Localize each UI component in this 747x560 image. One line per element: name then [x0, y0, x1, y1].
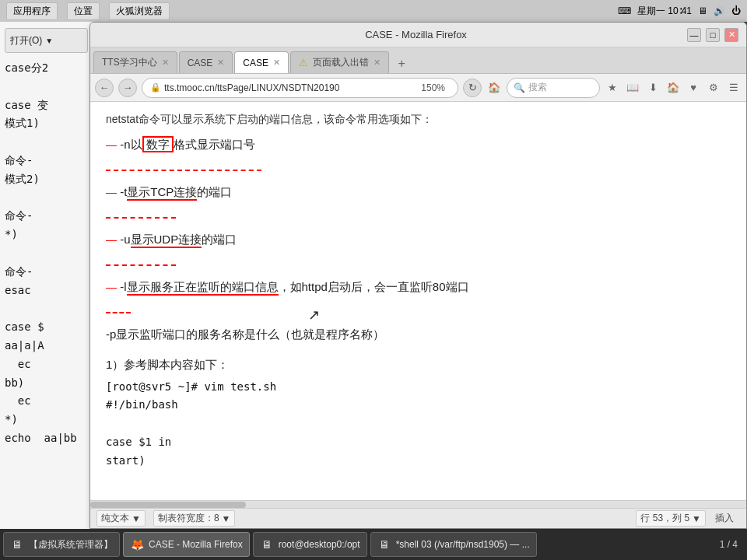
tab-width-label: 制表符宽度：8 — [158, 512, 219, 525]
app-menu[interactable]: 应用程序 — [6, 2, 58, 20]
code-line-3 — [106, 415, 731, 433]
left-line-21: echo aa|bb — [5, 429, 88, 448]
left-line-20: *) — [5, 411, 88, 429]
position-arrow: ▼ — [692, 513, 701, 524]
left-line-13: esac — [5, 282, 88, 300]
dash-l-left: — — [106, 281, 117, 293]
search-placeholder: 搜索 — [528, 81, 547, 94]
home-button[interactable]: 🏠 — [486, 80, 502, 96]
network-icon: 🖥 — [698, 5, 707, 16]
lock-icon: 🔒 — [150, 82, 161, 93]
code-line-4: case $1 in — [106, 433, 731, 452]
title-bar: CASE - Mozilla Firefox — □ ✕ — [90, 23, 746, 47]
code-line-5: start) — [106, 452, 731, 471]
desktop-top-bar: 应用程序 位置 火狐浏览器 ⌨ 星期一 10∶41 🖥 🔊 ⏻ — [0, 0, 747, 22]
tab-case2-close[interactable]: ✕ — [273, 58, 280, 68]
status-bar: 纯文本 ▼ 制表符宽度：8 ▼ 行 53，列 5 ▼ 插入 — [90, 508, 746, 528]
tab-case2[interactable]: CASE ✕ — [234, 51, 289, 73]
scrollbar-thumb[interactable] — [90, 502, 246, 508]
browser-window: CASE - Mozilla Firefox — □ ✕ TTS学习中心 ✕ C… — [89, 22, 747, 529]
left-line-1: case分2 — [5, 59, 88, 78]
code-line-1: [root@svr5 ~]# vim test.sh — [106, 378, 731, 397]
bookmark-icon[interactable]: ★ — [605, 80, 620, 96]
left-line-3: case 变 — [5, 96, 88, 115]
url-text: tts.tmooc.cn/ttsPage/LINUX/NSDTN20190 — [164, 82, 339, 93]
heart-icon[interactable]: ♥ — [686, 80, 701, 96]
taskbar-item-vm[interactable]: 🖥 【虚拟系统管理器】 — [3, 532, 120, 557]
location-menu[interactable]: 位置 — [67, 2, 100, 20]
taskbar-item-terminal[interactable]: 🖥 root@desktop0:/opt — [253, 532, 367, 557]
tab-tts-close[interactable]: ✕ — [162, 58, 169, 68]
left-line-10: *) — [5, 226, 88, 244]
file-type-arrow: ▼ — [132, 513, 141, 524]
close-button[interactable]: ✕ — [724, 28, 738, 42]
address-bar: ← → 🔒 tts.tmooc.cn/ttsPage/LINUX/NSDTN20… — [90, 74, 746, 102]
shell-label: *shell 03 (/var/ftp/nsd1905) — ... — [396, 539, 530, 550]
forward-button[interactable]: → — [118, 79, 137, 97]
left-line-17: ec — [5, 355, 88, 374]
keyboard-icon: ⌨ — [618, 5, 631, 16]
left-panel: 打开(O) ▼ case分2 case 变 模式1) 命令- 模式2) 命令- … — [0, 22, 93, 529]
new-tab-button[interactable]: + — [392, 54, 411, 73]
tab-case2-label: CASE — [243, 58, 268, 68]
flag-l-text: ，如httpd启动后，会一直监听80端口 — [279, 280, 469, 293]
item-l: — -l显示服务正在监听的端口信息，如httpd启动后，会一直监听80端口 — [106, 276, 731, 320]
tab-width-dropdown[interactable]: 制表符宽度：8 ▼ — [153, 510, 236, 527]
reload-button[interactable]: ↻ — [463, 79, 482, 97]
dropdown-arrow: ▼ — [45, 37, 53, 45]
left-line-15: case $ — [5, 318, 88, 337]
tab-width-arrow: ▼ — [222, 513, 231, 524]
tab-error-close[interactable]: ✕ — [374, 58, 381, 68]
boxed-digit: 数字 — [142, 136, 174, 152]
download-icon[interactable]: ⬇ — [645, 80, 661, 96]
firefox-icon: 🦊 — [130, 537, 144, 551]
vm-icon: 🖥 — [10, 537, 24, 551]
search-bar[interactable]: 🔍 搜索 — [507, 78, 600, 98]
reader-icon[interactable]: 📖 — [625, 80, 640, 96]
underline-t — [106, 215, 176, 219]
tab-tts-label: TTS学习中心 — [102, 56, 157, 69]
content-area[interactable]: netstat命令可以显示系统下启动的端口信息，该命令常用选项如下： — -n以… — [90, 102, 746, 500]
flag-t-underline: 显示TCP连接 — [127, 185, 197, 201]
flag-t-text: 的端口 — [197, 185, 232, 198]
window-title: CASE - Mozilla Firefox — [145, 29, 687, 40]
terminal-label: root@desktop0:/opt — [279, 539, 360, 550]
page-indicator: 1 / 4 — [720, 539, 744, 550]
intro-text: netstat命令可以显示系统下启动的端口信息，该命令常用选项如下： — [106, 110, 731, 129]
flag-n: -n以 — [120, 138, 142, 151]
file-type-dropdown[interactable]: 纯文本 ▼ — [96, 510, 146, 527]
position-dropdown[interactable]: 行 53，列 5 ▼ — [636, 510, 706, 527]
minimize-button[interactable]: — — [687, 28, 701, 42]
item-u: — -u显示UDP连接的端口 — [106, 229, 731, 273]
left-line-19: ec — [5, 392, 88, 411]
left-line-2 — [5, 78, 88, 96]
browser-menu[interactable]: 火狐浏览器 — [109, 2, 170, 20]
tab-error[interactable]: ⚠ 页面载入出错 ✕ — [290, 51, 389, 73]
tab-tts[interactable]: TTS学习中心 ✕ — [93, 51, 177, 73]
home-icon2[interactable]: 🏠 — [665, 80, 681, 96]
dash-u-left: — — [106, 233, 117, 246]
settings-icon[interactable]: ⚙ — [706, 80, 721, 96]
volume-icon: 🔊 — [714, 5, 725, 16]
menu-icon[interactable]: ☰ — [726, 80, 742, 96]
file-type-label: 纯文本 — [101, 512, 129, 525]
power-icon[interactable]: ⏻ — [731, 5, 741, 16]
left-line-8 — [5, 189, 88, 208]
tab-case1[interactable]: CASE ✕ — [179, 51, 233, 73]
left-line-11 — [5, 244, 88, 263]
flag-p: -p显示监听端口的服务名称是什么（也就是程序名称） — [106, 327, 384, 341]
left-panel-content: case分2 case 变 模式1) 命令- 模式2) 命令- *) 命令- e… — [5, 59, 88, 448]
taskbar-item-firefox[interactable]: 🦊 CASE - Mozilla Firefox — [123, 532, 250, 557]
vm-label: 【虚拟系统管理器】 — [29, 538, 113, 551]
left-line-9: 命令- — [5, 207, 88, 226]
tab-case1-close[interactable]: ✕ — [217, 58, 224, 68]
back-button[interactable]: ← — [95, 79, 114, 97]
underline-l — [106, 310, 131, 313]
taskbar-item-shell[interactable]: 🖥 *shell 03 (/var/ftp/nsd1905) — ... — [370, 532, 537, 557]
url-bar[interactable]: 🔒 tts.tmooc.cn/ttsPage/LINUX/NSDTN20190 … — [142, 78, 458, 98]
maximize-button[interactable]: □ — [706, 28, 720, 42]
horizontal-scrollbar[interactable] — [90, 500, 746, 508]
open-button[interactable]: 打开(O) ▼ — [5, 28, 88, 53]
left-line-14 — [5, 299, 88, 318]
left-line-7: 模式2) — [5, 170, 88, 189]
